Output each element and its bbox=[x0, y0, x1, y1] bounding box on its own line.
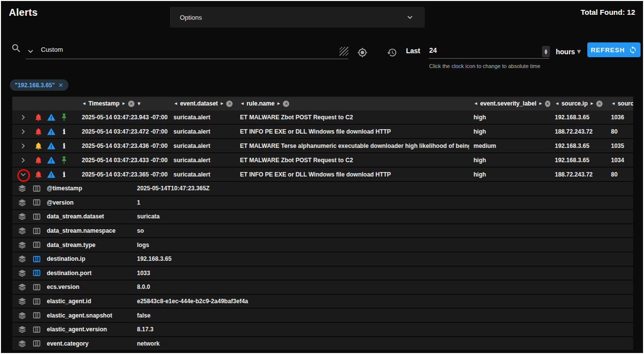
options-expand-icon[interactable] bbox=[405, 12, 415, 22]
field-name: ecs.version bbox=[47, 283, 137, 290]
group-by-layers-icon[interactable] bbox=[18, 311, 27, 320]
interval-unit-select[interactable]: hours bbox=[556, 48, 575, 56]
move-left-icon[interactable]: ◀ bbox=[556, 102, 558, 106]
table-row[interactable]: i 2025-05-14 03:47:23.472 -07:00 suricat… bbox=[12, 125, 633, 139]
expand-chevron-right-icon[interactable] bbox=[18, 155, 28, 165]
group-by-layers-icon[interactable] bbox=[18, 241, 27, 249]
detail-row[interactable]: data_stream.type logs bbox=[12, 238, 633, 252]
move-left-icon[interactable]: ◀ bbox=[174, 102, 177, 106]
detail-row[interactable]: @timestamp 2025-05-14T10:47:23.365Z bbox=[12, 182, 633, 196]
escalate-warning-icon[interactable] bbox=[47, 113, 56, 122]
move-right-icon[interactable]: ▶ bbox=[277, 102, 280, 106]
toggle-column-icon[interactable] bbox=[33, 339, 41, 348]
toggle-column-icon[interactable] bbox=[33, 283, 41, 291]
info-icon[interactable]: i bbox=[60, 142, 68, 150]
pushpin-icon[interactable] bbox=[60, 156, 68, 165]
info-icon[interactable]: i bbox=[60, 170, 68, 179]
toggle-column-icon-active[interactable] bbox=[33, 255, 41, 263]
acknowledge-bell-icon[interactable] bbox=[34, 170, 43, 179]
column-header-source-ip[interactable]: ◀ source.ip ▶ ✕ bbox=[550, 100, 607, 107]
refresh-button[interactable]: REFRESH bbox=[587, 42, 641, 57]
detail-row[interactable]: data_stream.namespace so bbox=[12, 224, 633, 239]
expand-chevron-right-icon[interactable] bbox=[18, 112, 28, 122]
query-mode-label[interactable]: Custom bbox=[41, 46, 63, 53]
column-header-source-port[interactable]: ◀ source. bbox=[607, 100, 633, 107]
filter-chip-close-icon[interactable]: ✕ bbox=[58, 82, 63, 89]
table-row[interactable]: 2025-05-14 03:47:23.943 -07:00 suricata.… bbox=[12, 110, 633, 125]
move-left-icon[interactable]: ◀ bbox=[83, 102, 85, 106]
table-row[interactable]: 2025-05-14 03:47:23.433 -07:00 suricata.… bbox=[12, 153, 633, 168]
toggle-column-icon[interactable] bbox=[33, 297, 41, 306]
group-by-layers-icon[interactable] bbox=[18, 184, 27, 193]
escalate-warning-icon[interactable] bbox=[47, 170, 56, 179]
interval-input[interactable]: 24 bbox=[429, 46, 437, 54]
detail-row[interactable]: data_stream.dataset suricata bbox=[12, 210, 633, 224]
column-header-rule-name[interactable]: ◀ rule.name ▶ ✕ bbox=[236, 100, 469, 107]
crosshairs-icon[interactable] bbox=[357, 47, 368, 58]
group-by-layers-icon[interactable] bbox=[18, 283, 27, 291]
group-by-layers-icon[interactable] bbox=[18, 339, 27, 348]
info-icon[interactable]: i bbox=[60, 127, 68, 136]
move-right-icon[interactable]: ▶ bbox=[591, 102, 593, 106]
move-left-icon[interactable]: ◀ bbox=[475, 102, 477, 106]
table-row[interactable]: i 2025-05-14 03:47:23.436 -07:00 suricat… bbox=[12, 139, 633, 153]
group-by-layers-icon[interactable] bbox=[18, 212, 27, 221]
search-input[interactable] bbox=[26, 59, 348, 59]
detail-row[interactable]: destination.port 1033 bbox=[12, 267, 633, 281]
options-panel[interactable]: Options bbox=[170, 7, 425, 28]
column-header-timestamp[interactable]: ◀ Timestamp ▶ ✕ ▼ bbox=[77, 100, 169, 107]
column-header-event-dataset[interactable]: ◀ event.dataset ▶ ✕ bbox=[169, 100, 236, 107]
detail-row[interactable]: elastic_agent.version 8.17.3 bbox=[12, 323, 633, 337]
toggle-column-icon[interactable] bbox=[33, 311, 41, 319]
group-by-layers-icon[interactable] bbox=[18, 198, 27, 207]
pushpin-icon[interactable] bbox=[60, 113, 68, 122]
toggle-column-icon[interactable] bbox=[33, 227, 41, 235]
toggle-column-icon[interactable] bbox=[33, 198, 41, 207]
remove-column-icon[interactable]: ✕ bbox=[226, 101, 233, 107]
move-left-icon[interactable]: ◀ bbox=[612, 102, 614, 106]
detail-row[interactable]: destination.ip 192.168.3.65 bbox=[12, 252, 633, 267]
move-right-icon[interactable]: ▶ bbox=[539, 102, 542, 106]
remove-column-icon[interactable]: ✕ bbox=[283, 101, 289, 107]
expand-chevron-right-icon[interactable] bbox=[18, 141, 28, 151]
remove-column-icon[interactable]: ✕ bbox=[128, 101, 135, 107]
move-left-icon[interactable]: ◀ bbox=[241, 102, 243, 106]
sort-desc-icon[interactable]: ▼ bbox=[137, 102, 140, 106]
column-header-severity[interactable]: ◀ event.severity_label ▶ ✕ bbox=[469, 100, 550, 107]
escalate-warning-icon[interactable] bbox=[47, 142, 56, 150]
group-by-layers-icon[interactable] bbox=[18, 325, 27, 334]
toggle-column-icon[interactable] bbox=[33, 241, 41, 249]
escalate-warning-icon[interactable] bbox=[47, 156, 56, 165]
history-clock-icon[interactable] bbox=[387, 47, 397, 58]
detail-row[interactable]: ecs.version 8.0.0 bbox=[12, 281, 633, 295]
group-by-layers-icon[interactable] bbox=[18, 269, 27, 278]
group-by-layers-icon[interactable] bbox=[18, 297, 27, 306]
group-by-layers-icon[interactable] bbox=[18, 254, 27, 263]
acknowledge-bell-icon[interactable] bbox=[34, 156, 43, 165]
move-right-icon[interactable]: ▶ bbox=[123, 102, 125, 106]
detail-row[interactable]: @version 1 bbox=[12, 196, 633, 211]
cell-source-ip: 192.168.3.65 bbox=[550, 114, 607, 121]
move-right-icon[interactable]: ▶ bbox=[221, 102, 223, 106]
group-by-layers-icon[interactable] bbox=[18, 226, 27, 235]
remove-column-icon[interactable]: ✕ bbox=[596, 101, 603, 107]
toggle-column-icon[interactable] bbox=[33, 212, 41, 221]
toggle-column-icon-active[interactable] bbox=[33, 269, 41, 277]
acknowledge-bell-icon[interactable] bbox=[34, 127, 43, 136]
resize-grip-icon[interactable] bbox=[339, 47, 348, 56]
acknowledge-bell-icon[interactable] bbox=[34, 142, 43, 150]
table-row-expanded[interactable]: i 2025-05-14 03:47:23.365 -07:00 suricat… bbox=[12, 168, 633, 182]
toggle-column-icon[interactable] bbox=[33, 325, 41, 334]
detail-row[interactable]: event.category network bbox=[12, 337, 633, 352]
filter-chip[interactable]: "192.168.3.65" ✕ bbox=[10, 79, 68, 91]
detail-row[interactable]: elastic_agent.id e25843c8-e1ec-444e-b2c9… bbox=[12, 295, 633, 309]
query-mode-dropdown-icon[interactable] bbox=[26, 46, 35, 56]
escalate-warning-icon[interactable] bbox=[47, 127, 56, 136]
toggle-column-icon[interactable] bbox=[33, 184, 41, 193]
expand-chevron-right-icon[interactable] bbox=[18, 127, 28, 137]
remove-column-icon[interactable]: ✕ bbox=[545, 101, 550, 107]
acknowledge-bell-icon[interactable] bbox=[34, 113, 43, 122]
interval-unit-arrow-icon[interactable]: ▼ bbox=[577, 49, 581, 54]
detail-row[interactable]: elastic_agent.snapshot false bbox=[12, 309, 633, 323]
interval-stepper[interactable]: ▲▼ bbox=[542, 46, 550, 57]
